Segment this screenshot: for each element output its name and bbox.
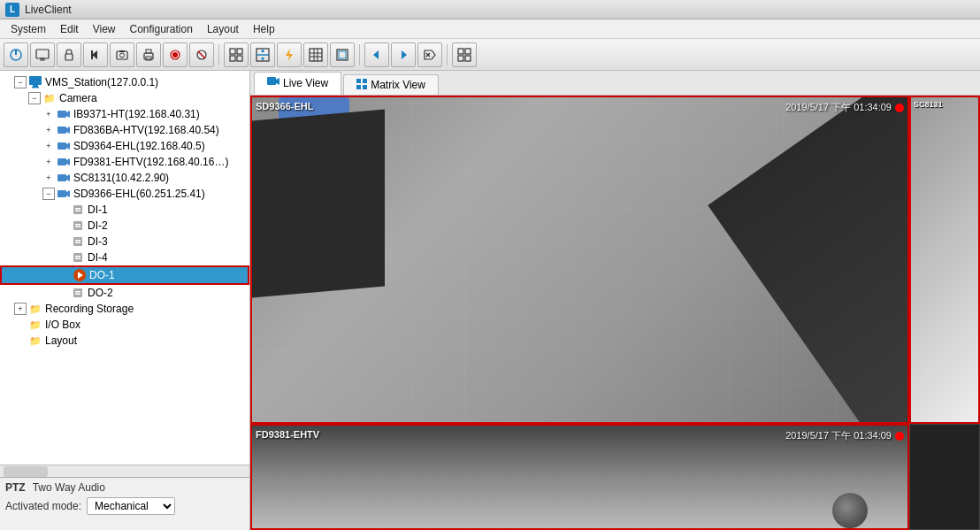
tree-expand-camera[interactable]: − [28,92,41,104]
tree-do-1[interactable]: DO-1 [0,265,249,285]
svg-rect-26 [310,49,322,61]
app-icon: L [5,3,19,17]
right-panel: Live View Matrix View SD9366-EHL 2019/5/… [250,71,980,530]
svg-marker-56 [66,190,70,197]
menu-configuration[interactable]: Configuration [123,21,200,37]
layout-grid-button[interactable] [452,42,477,67]
matrix-view-icon [356,79,367,91]
camera-icon-6 [57,187,71,201]
do-active-icon [73,268,87,282]
no-record-button[interactable] [189,42,214,67]
camera-4-label: FD9381-EHTV(192.168.40.16…) [73,156,228,168]
flash-button[interactable] [277,42,302,67]
tab-live-view[interactable]: Live View [254,72,341,95]
menu-system[interactable]: System [4,21,53,37]
tree-di-3[interactable]: DI-3 [0,234,249,250]
svg-rect-62 [75,227,80,228]
monitor-button[interactable] [30,42,55,67]
io-label: I/O Box [45,319,80,331]
tree-di-1[interactable]: DI-1 [0,202,249,218]
grid-button[interactable] [303,42,328,67]
tree-area[interactable]: − VMS_Station(127.0.0.1) − 📁 Camera + IB… [0,71,249,465]
tree-expand-c2[interactable]: + [42,124,55,136]
svg-rect-59 [75,211,80,212]
menu-layout[interactable]: Layout [200,21,246,37]
tree-storage[interactable]: + 📁 Recording Storage [0,301,249,317]
live-view-icon [267,76,279,90]
power-button[interactable] [4,42,28,67]
forward-button[interactable] [391,42,416,67]
tree-camera-1[interactable]: + IB9371-HT(192.168.40.31) [0,106,249,122]
svg-point-10 [120,53,125,58]
menu-help[interactable]: Help [246,21,282,37]
tree-camera-6[interactable]: − SD9366-EHL(60.251.25.41) [0,186,249,202]
tree-expand-c1[interactable]: + [42,108,55,120]
thumb-camera-cell[interactable]: SC8131 [909,96,980,424]
stop-button[interactable] [417,42,442,67]
title-bar: L LiveClient [0,0,980,19]
tree-camera-4[interactable]: + FD9381-EHTV(192.168.40.16…) [0,154,249,170]
menu-edit[interactable]: Edit [53,21,86,37]
fullscreen-button[interactable] [330,42,355,67]
tree-expand-storage[interactable]: + [14,303,27,315]
svg-rect-72 [75,291,80,293]
tab-matrix-view[interactable]: Matrix View [343,74,439,95]
camera-1-label: IB9371-HT(192.168.40.31) [73,108,200,120]
split-button[interactable] [250,42,275,67]
tree-di-2[interactable]: DI-2 [0,218,249,234]
svg-rect-57 [73,205,82,214]
mode-select[interactable]: Mechanical Digital Off [87,497,175,515]
tree-horizontal-scrollbar[interactable] [0,465,249,477]
prev-button[interactable] [83,42,108,67]
do-icon-2 [71,286,85,300]
svg-rect-6 [65,54,73,60]
svg-line-18 [198,51,205,58]
tree-camera-3[interactable]: + SD9364-EHL(192.168.40.5) [0,138,249,154]
tree-expand-c4[interactable]: + [42,156,55,168]
tree-root[interactable]: − VMS_Station(127.0.0.1) [0,74,249,90]
svg-marker-75 [276,78,279,85]
fit-button[interactable] [224,42,249,67]
tree-camera-5[interactable]: + SC8131(10.42.2.90) [0,170,249,186]
bottom-camera-timestamp: 2019/5/17 下午 01:34:09 [785,429,904,442]
di-2-label: DI-2 [88,219,108,232]
svg-rect-45 [57,111,66,118]
tree-leaf-do2 [57,287,69,299]
tree-expand-c3[interactable]: + [42,140,55,152]
svg-rect-20 [237,49,242,54]
lock-button[interactable] [57,42,81,67]
do-2-label: DO-2 [88,287,113,299]
tree-io[interactable]: 📁 I/O Box [0,317,249,333]
tree-expand-c6[interactable]: − [42,188,55,200]
thumb-camera-label: SC8131 [914,100,943,109]
capture-button[interactable] [110,42,134,67]
main-camera-cell[interactable]: SD9366-EHL 2019/5/17 下午 01:34:09 [250,96,909,424]
svg-rect-73 [75,294,80,296]
tree-camera-2[interactable]: + FD836BA-HTV(192.168.40.54) [0,122,249,138]
tree-camera-folder[interactable]: − 📁 Camera [0,90,249,106]
menu-view[interactable]: View [86,21,123,37]
record-button[interactable] [163,42,188,67]
tree-expand-root[interactable]: − [14,76,27,88]
left-panel: − VMS_Station(127.0.0.1) − 📁 Camera + IB… [0,71,250,530]
svg-rect-67 [75,256,80,257]
bottom-camera-cell[interactable]: FD9381-EHTV 2019/5/17 下午 01:34:09 [250,424,909,530]
tree-leaf-di3 [57,235,69,248]
tree-leaf-io [14,319,27,331]
di-icon-3 [71,234,85,249]
back-button[interactable] [364,42,389,67]
tree-layout[interactable]: 📁 Layout [0,333,249,349]
svg-rect-38 [458,49,463,54]
svg-rect-47 [57,127,66,134]
main-camera-timestamp: 2019/5/17 下午 01:34:09 [785,101,904,114]
toolbar-separator-1 [218,44,219,65]
tree-di-4[interactable]: DI-4 [0,250,249,265]
print-button[interactable] [136,42,161,67]
camera-icon-4 [57,155,71,169]
camera-3-label: SD9364-EHL(192.168.40.5) [73,140,205,152]
tree-expand-c5[interactable]: + [42,172,55,184]
camera-icon-3 [57,139,71,153]
svg-point-16 [172,52,178,58]
tree-do-2[interactable]: DO-2 [0,285,249,301]
svg-rect-22 [237,56,242,61]
